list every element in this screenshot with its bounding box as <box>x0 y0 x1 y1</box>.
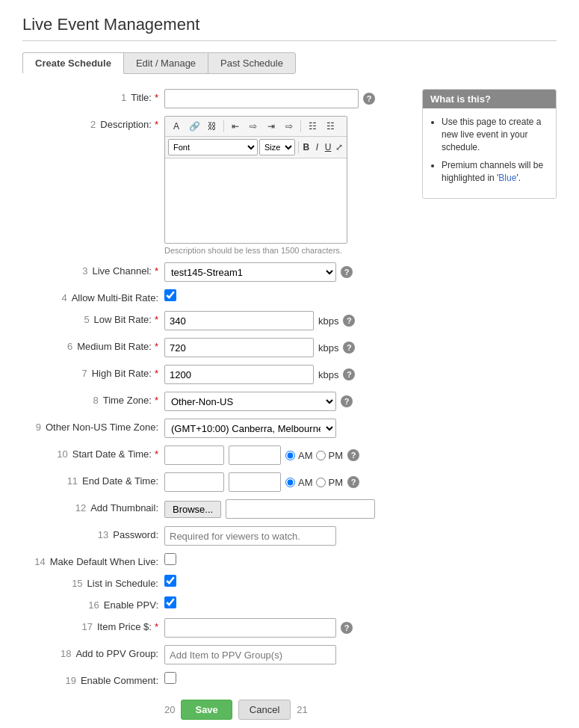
save-button[interactable]: Save <box>181 700 232 720</box>
size-select[interactable]: Size 8 10 12 <box>259 139 295 155</box>
sep2 <box>300 120 301 132</box>
low-bit-rate-input[interactable] <box>164 311 314 330</box>
end-date-input[interactable] <box>164 472 224 492</box>
high-bit-rate-input[interactable] <box>164 365 314 384</box>
thumbnail-input[interactable] <box>226 499 375 519</box>
list-schedule-checkbox[interactable] <box>164 575 176 587</box>
enable-comment-label: 19 Enable Comment: <box>22 672 164 686</box>
enable-comment-checkbox[interactable] <box>164 672 176 684</box>
title-label: 1 Title: * <box>22 89 164 103</box>
live-channel-help-icon[interactable]: ? <box>341 266 353 278</box>
timezone-label: 8 Time Zone: * <box>22 392 164 406</box>
browse-button[interactable]: Browse... <box>164 501 221 518</box>
italic-btn[interactable]: I <box>312 140 322 155</box>
password-input[interactable] <box>164 526 336 546</box>
form-section: 1 Title: * ? 2 Description: * <box>22 89 407 720</box>
justify-btn[interactable]: ⇨ <box>281 119 297 134</box>
expand-btn[interactable]: ⤢ <box>334 140 344 155</box>
start-datetime-label: 10 Start Date & Time: * <box>22 445 164 460</box>
medium-bit-rate-input[interactable] <box>164 338 314 357</box>
page-title: Live Event Management <box>22 15 557 41</box>
unlink-btn[interactable]: ⛓ <box>204 119 220 134</box>
make-default-checkbox[interactable] <box>164 553 176 565</box>
low-bit-unit: kbps <box>318 315 338 327</box>
align-right-btn[interactable]: ⇥ <box>263 119 279 134</box>
other-tz-select[interactable]: (GMT+10:00) Canberra, Melbourne, Sydney <box>164 419 336 438</box>
password-label: 13 Password: <box>22 526 164 540</box>
what-is-this-body: Use this page to create a new live event… <box>423 108 556 198</box>
title-help-icon[interactable]: ? <box>363 93 375 105</box>
low-bit-help-icon[interactable]: ? <box>343 315 355 327</box>
underline-btn[interactable]: U <box>323 140 333 155</box>
item-price-row: 17 Item Price $: * ? <box>22 618 407 638</box>
sidebar-bullet-2: Premium channels will be highlighted in … <box>442 159 548 185</box>
multibit-label: 4 Allow Multi-Bit Rate: <box>22 289 164 303</box>
timezone-help-icon[interactable]: ? <box>341 395 353 407</box>
link-btn[interactable]: 🔗 <box>186 119 202 134</box>
align-center-btn[interactable]: ⇨ <box>245 119 261 134</box>
high-bit-unit: kbps <box>318 369 338 380</box>
item-price-help-icon[interactable]: ? <box>341 622 353 634</box>
enable-ppv-row: 16 Enable PPV: <box>22 596 407 611</box>
timezone-select[interactable]: Other-Non-US US/Eastern US/Central US/Mo… <box>164 392 336 411</box>
ppv-group-row: 18 Add to PPV Group: <box>22 645 407 664</box>
item-price-label: 17 Item Price $: * <box>22 618 164 632</box>
start-am-radio[interactable] <box>285 451 295 460</box>
tab-create-schedule[interactable]: Create Schedule <box>22 52 124 74</box>
enable-ppv-checkbox[interactable] <box>164 596 176 608</box>
tab-bar: Create Schedule Edit / Manage Past Sched… <box>22 52 557 74</box>
other-tz-row: 9 Other Non-US Time Zone: (GMT+10:00) Ca… <box>22 419 407 438</box>
title-row: 1 Title: * ? <box>22 89 407 108</box>
what-is-this-box: What is this? Use this page to create a … <box>422 89 557 199</box>
editor-toolbar-row1: A 🔗 ⛓ ⇤ ⇨ ⇥ ⇨ ☷ ☷ <box>165 117 347 137</box>
start-time-input[interactable] <box>229 445 281 465</box>
tab-edit-manage[interactable]: Edit / Manage <box>123 52 208 74</box>
make-default-row: 14 Make Default When Live: <box>22 553 407 567</box>
bold-btn[interactable]: B <box>302 140 312 155</box>
description-textarea[interactable] <box>165 158 347 241</box>
title-input[interactable] <box>164 89 359 108</box>
end-time-input[interactable] <box>229 472 281 492</box>
align-left-btn[interactable]: ⇤ <box>227 119 244 134</box>
item-price-input[interactable] <box>164 618 336 638</box>
font-color-btn[interactable]: A <box>168 119 185 134</box>
ppv-group-input[interactable] <box>164 645 336 664</box>
high-bit-label: 7 High Bit Rate: * <box>22 365 164 379</box>
medium-bit-unit: kbps <box>318 342 338 354</box>
low-bit-rate-row: 5 Low Bit Rate: * kbps ? <box>22 311 407 330</box>
medium-bit-help-icon[interactable]: ? <box>343 342 355 354</box>
cancel-button[interactable]: Cancel <box>238 700 291 720</box>
other-tz-label: 9 Other Non-US Time Zone: <box>22 419 164 433</box>
description-row: 2 Description: * A 🔗 ⛓ ⇤ <box>22 116 407 255</box>
start-am-label[interactable]: AM <box>298 450 313 461</box>
timezone-row: 8 Time Zone: * Other-Non-US US/Eastern U… <box>22 392 407 411</box>
enable-ppv-label: 16 Enable PPV: <box>22 596 164 611</box>
tab-past-schedule[interactable]: Past Schedule <box>208 52 296 74</box>
allow-multibit-checkbox[interactable] <box>164 289 176 301</box>
high-bit-help-icon[interactable]: ? <box>343 368 355 380</box>
action-num-after: 21 <box>297 704 307 715</box>
live-channel-select[interactable]: test145-Stream1 <box>164 262 336 282</box>
ordered-list-btn[interactable]: ☷ <box>304 119 321 134</box>
high-bit-rate-row: 7 High Bit Rate: * kbps ? <box>22 365 407 384</box>
end-pm-radio[interactable] <box>316 478 326 487</box>
what-is-this-header: What is this? <box>423 90 556 108</box>
end-datetime-help-icon[interactable]: ? <box>347 476 359 488</box>
font-select[interactable]: Font Arial Times New Roman <box>168 139 258 155</box>
end-datetime-row: 11 End Date & Time: AM PM ? <box>22 472 407 492</box>
blue-text: Blue <box>498 173 516 183</box>
start-datetime-row: 10 Start Date & Time: * AM PM ? <box>22 445 407 465</box>
end-am-label[interactable]: AM <box>298 477 313 488</box>
ppv-group-label: 18 Add to PPV Group: <box>22 645 164 659</box>
end-datetime-label: 11 End Date & Time: <box>22 472 164 487</box>
start-datetime-help-icon[interactable]: ? <box>347 449 359 461</box>
editor-toolbar-row2: Font Arial Times New Roman Size 8 10 12 <box>165 137 347 158</box>
unordered-list-btn[interactable]: ☷ <box>322 119 338 134</box>
end-am-radio[interactable] <box>285 478 295 487</box>
sidebar: What is this? Use this page to create a … <box>422 89 557 720</box>
start-pm-label[interactable]: PM <box>329 450 344 461</box>
multibit-row: 4 Allow Multi-Bit Rate: <box>22 289 407 303</box>
start-pm-radio[interactable] <box>316 451 326 460</box>
end-pm-label[interactable]: PM <box>329 477 344 488</box>
start-date-input[interactable] <box>164 445 224 465</box>
